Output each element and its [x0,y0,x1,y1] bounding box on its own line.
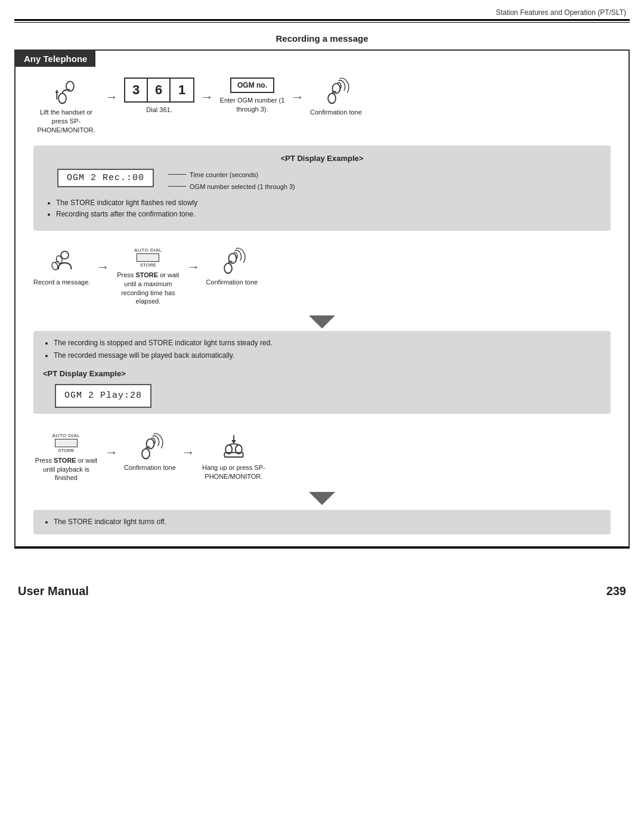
svg-marker-3 [55,89,59,93]
svg-point-7 [51,262,58,271]
flow-row-3: AUTO DIAL STORE Press STORE or wait unti… [16,422,628,488]
step-hang-up: Hang up or press SP-PHONE/MONITOR. [201,433,267,481]
svg-point-9 [224,264,232,274]
bullet-section-mid: The recording is stopped and STORE indic… [33,331,611,413]
bullet-mid-2: The recorded message will be played back… [54,349,601,361]
store-top-2: AUTO DIAL [52,433,80,438]
dial-boxes: 3 6 1 [124,78,194,103]
handset-lift-icon [52,78,80,105]
arrow-3: → [291,89,304,105]
svg-marker-17 [231,440,236,444]
page-title: Recording a message [0,33,644,44]
arrow-2: → [200,89,213,105]
pt-screen-wrapper-1: OGM 2 Rec.:00 [45,169,154,187]
step-ogm: OGM no. Enter OGM number (1 through 3). [219,78,285,114]
hangup-icon [220,433,247,460]
phone-ringing-icon-2 [218,247,246,275]
step2-label: Dial 361. [146,106,172,114]
footer-user-manual: User Manual [18,584,89,598]
flow-row-1: Lift the handset or press SP-PHONE/MONIT… [16,67,628,140]
step-dial: 3 6 1 Dial 361. [124,78,194,114]
footer-rule [14,547,630,549]
pt-display-inner-1: OGM 2 Rec.:00 Time counter (seconds) OGM… [45,169,599,190]
svg-point-4 [329,94,336,104]
dial-digit-3: 1 [171,79,193,101]
divider-arrow-1 [16,315,628,329]
bullet-section-final: The STORE indicator light turns off. [33,510,611,534]
pt-screen-2: OGM 2 Play:28 [55,384,151,408]
arrow-6: → [105,445,118,460]
step4-label: Confirmation tone [310,108,362,117]
bullet-list-mid: The recording is stopped and STORE indic… [54,337,601,361]
arrow-5: → [187,259,200,275]
step-store-label-1: Press STORE or wait until a maximum reco… [115,271,181,306]
store-button-2: AUTO DIAL STORE [52,433,80,453]
pt-bullet-1a: The STORE indicator light flashes red sl… [56,197,599,209]
down-arrow-2 [309,492,335,505]
pt-screen-1: OGM 2 Rec.:00 [57,169,154,187]
store-top-1: AUTO DIAL [134,247,162,253]
box-label: Any Telephone [16,51,95,67]
down-arrow-1 [309,315,335,329]
footer-page-number: 239 [606,584,626,598]
arrow-4: → [96,259,109,275]
pt-display-title-2: <PT Display Example> [43,367,601,380]
header-title: Station Features and Operation (PT/SLT) [496,8,626,17]
pt-note-time: Time counter (seconds) [168,171,295,178]
pt-bullet-1b: Recording starts after the confirmation … [56,209,599,220]
arrow-1: → [105,89,118,105]
store-button-1: AUTO DIAL STORE [134,247,162,268]
step-store-2: AUTO DIAL STORE Press STORE or wait unti… [33,433,99,483]
pt-notes-1: Time counter (seconds) OGM number select… [168,171,295,190]
ogm-box: OGM no. [230,78,274,93]
bullet-final: The STORE indicator light turns off. [54,516,601,528]
bullet-list-final: The STORE indicator light turns off. [54,516,601,528]
store-rect-1 [137,253,159,262]
step-confirm-tone-2: Confirmation tone [206,247,258,287]
svg-point-11 [143,448,150,459]
step-confirm-label-2: Confirmation tone [206,278,258,287]
pt-note-ogm: OGM number selected (1 through 3) [168,183,295,190]
page-header: Station Features and Operation (PT/SLT) [0,0,644,19]
pt-display-section-1: <PT Display Example> OGM 2 Rec.:00 Time … [33,145,611,231]
step3-label: Enter OGM number (1 through 3). [219,96,285,114]
store-rect-2 [55,439,78,447]
step-confirm-label-3: Confirmation tone [124,463,176,472]
step1-label: Lift the handset or press SP-PHONE/MONIT… [33,108,99,135]
step-record-message: Record a message. [33,247,90,287]
record-message-icon [48,247,76,275]
step-store-label-2: Press STORE or wait until playback is fi… [33,456,99,483]
step-record-label: Record a message. [33,278,90,287]
header-rule-thick [14,19,630,21]
divider-arrow-2 [16,492,628,505]
svg-point-0 [58,94,66,104]
header-rule-thin [14,22,630,23]
main-content-box: Any Telephone Lift the handset or press … [14,49,630,547]
step-hangup-label: Hang up or press SP-PHONE/MONITOR. [201,463,267,481]
store-bottom-1: STORE [140,262,156,268]
step-confirm-tone-1: Confirmation tone [310,78,362,117]
step-store-1: AUTO DIAL STORE Press STORE or wait unti… [115,247,181,306]
store-bottom-2: STORE [58,448,74,453]
page-footer: User Manual 239 [0,572,644,606]
phone-ringing-icon-3 [136,433,163,460]
bullet-mid-1: The recording is stopped and STORE indic… [54,337,601,349]
dial-digit-1: 3 [125,79,148,101]
pt-display-title-1: <PT Display Example> [45,154,599,163]
step-lift-handset: Lift the handset or press SP-PHONE/MONIT… [33,78,99,135]
arrow-7: → [182,445,195,460]
pt-display-section-2: <PT Display Example> OGM 2 Play:28 [43,367,601,408]
svg-point-6 [61,251,69,259]
pt-bullets-1: The STORE indicator light flashes red sl… [45,197,599,220]
step-confirm-tone-3: Confirmation tone [124,433,176,472]
flow-row-2: Record a message. → AUTO DIAL STORE Pres… [16,237,628,311]
phone-ringing-icon-1 [322,78,349,105]
dial-digit-2: 6 [148,79,171,101]
